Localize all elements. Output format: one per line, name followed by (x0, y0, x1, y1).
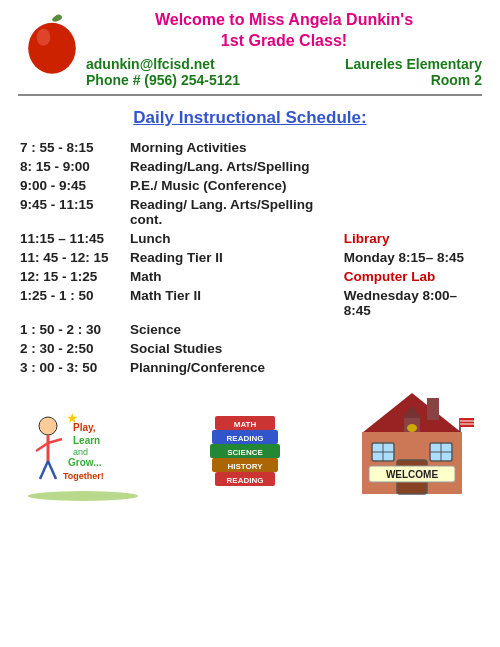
schedule-activity: Science (128, 320, 342, 339)
footer-images: ★ Play, Learn and Grow... Together! MATH… (18, 391, 482, 501)
header-text: Welcome to Miss Angela Dunkin's 1st Grad… (86, 10, 482, 88)
schedule-activity: Reading/ Lang. Arts/Spelling cont. (128, 195, 342, 229)
schedule-activity: Reading/Lang. Arts/Spelling (128, 157, 342, 176)
schedule-activity: Morning Activities (128, 138, 342, 157)
schedule-note: Monday 8:15– 8:45 (342, 248, 482, 267)
schedule-time: 3 : 00 - 3: 50 (18, 358, 128, 377)
schedule-activity: Lunch (128, 229, 342, 248)
room: Room 2 (345, 72, 482, 88)
svg-text:Grow...: Grow... (68, 457, 102, 468)
schedule-activity: Planning/Conference (128, 358, 342, 377)
svg-text:Play,: Play, (73, 422, 96, 433)
svg-text:MATH: MATH (234, 419, 257, 428)
schedule-time: 12: 15 - 1:25 (18, 267, 128, 286)
schedule-row: 3 : 00 - 3: 50Planning/Conference (18, 358, 482, 377)
svg-line-8 (40, 461, 48, 479)
welcome-line1: Welcome to Miss Angela Dunkin's (86, 10, 482, 31)
schedule-row: 11:15 – 11:45LunchLibrary (18, 229, 482, 248)
school: Laureles Elementary (345, 56, 482, 72)
svg-point-30 (407, 424, 417, 432)
apple-icon (18, 10, 86, 78)
plg-illustration: ★ Play, Learn and Grow... Together! (18, 401, 148, 501)
phone: Phone # (956) 254-5121 (86, 72, 240, 88)
schedule-activity: P.E./ Music (Conference) (128, 176, 342, 195)
books-illustration: MATH READING SCIENCE HISTORY READING (200, 401, 290, 501)
schedule-time: 11: 45 - 12: 15 (18, 248, 128, 267)
svg-rect-43 (460, 418, 474, 427)
schedule-time: 9:00 - 9:45 (18, 176, 128, 195)
schedule-note (342, 358, 482, 377)
schedule-row: 1:25 - 1 : 50Math Tier IIWednesday 8:00–… (18, 286, 482, 320)
welcome-line2: 1st Grade Class! (86, 31, 482, 52)
schedule-time: 11:15 – 11:45 (18, 229, 128, 248)
schedule-row: 8: 15 - 9:00Reading/Lang. Arts/Spelling (18, 157, 482, 176)
school-box: WELCOME (342, 391, 482, 501)
svg-line-9 (48, 461, 56, 479)
schedule-note (342, 320, 482, 339)
schedule-activity: Reading Tier II (128, 248, 342, 267)
svg-line-6 (36, 443, 48, 451)
contact-left: adunkin@lfcisd.net Phone # (956) 254-512… (86, 56, 240, 88)
svg-text:SCIENCE: SCIENCE (227, 447, 263, 456)
svg-point-2 (37, 29, 51, 46)
schedule-row: 1 : 50 - 2 : 30Science (18, 320, 482, 339)
divider (18, 94, 482, 96)
schedule-note: Computer Lab (342, 267, 482, 286)
svg-text:and: and (73, 447, 88, 457)
schedule-time: 1 : 50 - 2 : 30 (18, 320, 128, 339)
schedule-note: Library (342, 229, 482, 248)
contact-block: adunkin@lfcisd.net Phone # (956) 254-512… (86, 56, 482, 88)
svg-line-7 (48, 439, 62, 443)
schedule-row: 2 : 30 - 2:50Social Studies (18, 339, 482, 358)
schedule-note (342, 157, 482, 176)
header: Welcome to Miss Angela Dunkin's 1st Grad… (18, 10, 482, 88)
svg-point-4 (39, 417, 57, 435)
schedule-note (342, 138, 482, 157)
svg-point-3 (28, 491, 138, 501)
svg-point-1 (28, 23, 76, 74)
svg-text:READING: READING (227, 475, 264, 484)
schedule-activity: Math Tier II (128, 286, 342, 320)
email: adunkin@lfcisd.net (86, 56, 240, 72)
schedule-time: 1:25 - 1 : 50 (18, 286, 128, 320)
schedule-row: 9:00 - 9:45P.E./ Music (Conference) (18, 176, 482, 195)
schedule-time: 7 : 55 - 8:15 (18, 138, 128, 157)
schedule-activity: Math (128, 267, 342, 286)
svg-text:Learn: Learn (73, 435, 100, 446)
contact-right: Laureles Elementary Room 2 (345, 56, 482, 88)
schedule-note (342, 339, 482, 358)
svg-text:HISTORY: HISTORY (227, 461, 263, 470)
svg-text:READING: READING (227, 433, 264, 442)
schedule-time: 2 : 30 - 2:50 (18, 339, 128, 358)
schedule-row: 9:45 - 11:15Reading/ Lang. Arts/Spelling… (18, 195, 482, 229)
schedule-note (342, 195, 482, 229)
play-learn-grow-box: ★ Play, Learn and Grow... Together! (18, 401, 148, 501)
schedule-row: 12: 15 - 1:25MathComputer Lab (18, 267, 482, 286)
svg-text:Together!: Together! (63, 471, 104, 481)
schedule-row: 11: 45 - 12: 15Reading Tier IIMonday 8:1… (18, 248, 482, 267)
books-box: MATH READING SCIENCE HISTORY READING (195, 401, 295, 501)
schedule-row: 7 : 55 - 8:15Morning Activities (18, 138, 482, 157)
svg-rect-27 (427, 398, 439, 420)
schedule-time: 8: 15 - 9:00 (18, 157, 128, 176)
schedule-note: Wednesday 8:00– 8:45 (342, 286, 482, 320)
schedule-table: 7 : 55 - 8:15Morning Activities8: 15 - 9… (18, 138, 482, 377)
section-title: Daily Instructional Schedule: (18, 108, 482, 128)
schedule-note (342, 176, 482, 195)
schedule-activity: Social Studies (128, 339, 342, 358)
svg-text:WELCOME: WELCOME (386, 469, 439, 480)
school-illustration: WELCOME (342, 388, 482, 503)
schedule-time: 9:45 - 11:15 (18, 195, 128, 229)
